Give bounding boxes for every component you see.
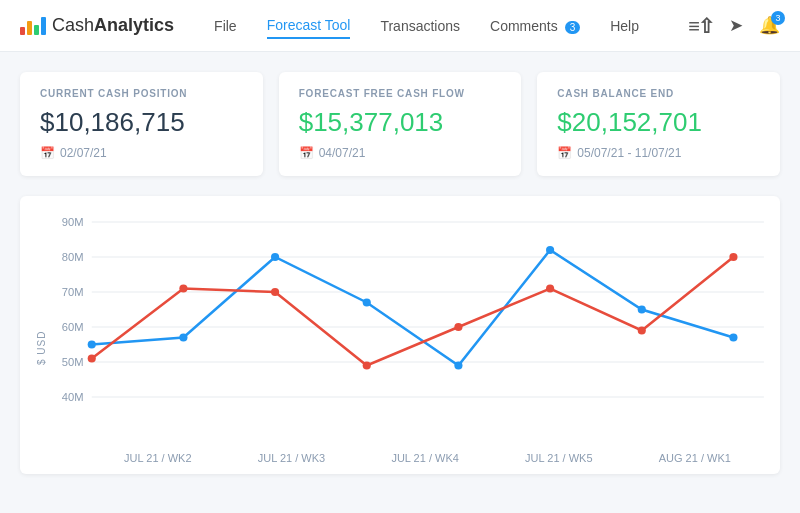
blue-dot-0: [88, 341, 96, 349]
comments-badge: 3: [565, 21, 581, 34]
calendar-icon-2: 📅: [557, 146, 572, 160]
chart-inner: 90M 80M 70M 60M 50M 40M: [51, 212, 764, 464]
svg-text:90M: 90M: [62, 216, 84, 228]
logo-text-cash: Cash: [52, 15, 94, 36]
x-label-wk4: JUL 21 / WK4: [391, 452, 458, 464]
chart-wrap: $ USD 90M 80M 70M 60M 50M: [36, 212, 764, 464]
send-icon[interactable]: ➤: [729, 15, 743, 36]
red-dot-1: [179, 285, 187, 293]
kpi-value-forecast-cash: $15,377,013: [299, 107, 502, 138]
kpi-row: CURRENT CASH POSITION $10,186,715 📅 02/0…: [20, 72, 780, 176]
kpi-card-balance-end: CASH BALANCE END $20,152,701 📅 05/07/21 …: [537, 72, 780, 176]
red-line: [92, 257, 734, 366]
kpi-value-balance-end: $20,152,701: [557, 107, 760, 138]
x-label-aug-wk1: AUG 21 / WK1: [659, 452, 731, 464]
bell-badge: 3: [771, 11, 785, 25]
blue-dot-5: [546, 246, 554, 254]
nav-comments[interactable]: Comments 3: [490, 14, 580, 38]
x-label-wk2: JUL 21 / WK2: [124, 452, 191, 464]
kpi-date-current-cash: 📅 02/07/21: [40, 146, 243, 160]
main-content: CURRENT CASH POSITION $10,186,715 📅 02/0…: [0, 52, 800, 494]
y-axis-label: $ USD: [36, 212, 47, 464]
kpi-value-current-cash: $10,186,715: [40, 107, 243, 138]
red-dot-3: [363, 362, 371, 370]
kpi-date-text-2: 05/07/21 - 11/07/21: [577, 146, 681, 160]
blue-dot-3: [363, 299, 371, 307]
kpi-label-forecast-cash: FORECAST FREE CASH FLOW: [299, 88, 502, 99]
nav-forecast-tool[interactable]: Forecast Tool: [267, 13, 351, 39]
blue-dot-6: [638, 306, 646, 314]
kpi-label-balance-end: CASH BALANCE END: [557, 88, 760, 99]
blue-dot-1: [179, 334, 187, 342]
svg-text:50M: 50M: [62, 356, 84, 368]
nav-transactions[interactable]: Transactions: [380, 14, 460, 38]
header: CashAnalytics File Forecast Tool Transac…: [0, 0, 800, 52]
blue-line: [92, 250, 734, 366]
red-dot-5: [546, 285, 554, 293]
kpi-date-forecast-cash: 📅 04/07/21: [299, 146, 502, 160]
x-axis-labels: JUL 21 / WK2 JUL 21 / WK3 JUL 21 / WK4 J…: [51, 446, 764, 464]
x-label-wk5: JUL 21 / WK5: [525, 452, 592, 464]
blue-dot-2: [271, 253, 279, 261]
logo: CashAnalytics: [20, 15, 174, 36]
calendar-icon-1: 📅: [299, 146, 314, 160]
logo-text-analytics: Analytics: [94, 15, 174, 36]
x-label-wk3: JUL 21 / WK3: [258, 452, 325, 464]
nav: File Forecast Tool Transactions Comments…: [214, 13, 688, 39]
kpi-date-text-0: 02/07/21: [60, 146, 107, 160]
blue-dot-7: [729, 334, 737, 342]
svg-text:40M: 40M: [62, 391, 84, 403]
kpi-card-forecast-cash: FORECAST FREE CASH FLOW $15,377,013 📅 04…: [279, 72, 522, 176]
kpi-label-current-cash: CURRENT CASH POSITION: [40, 88, 243, 99]
header-icons: ≡⇧ ➤ 🔔 3: [688, 14, 780, 38]
svg-text:80M: 80M: [62, 251, 84, 263]
kpi-date-text-1: 04/07/21: [319, 146, 366, 160]
red-dot-6: [638, 327, 646, 335]
logo-icon: [20, 17, 46, 35]
bell-icon[interactable]: 🔔 3: [759, 15, 780, 36]
red-dot-4: [454, 323, 462, 331]
red-dot-2: [271, 288, 279, 296]
nav-help[interactable]: Help: [610, 14, 639, 38]
blue-dot-4: [454, 362, 462, 370]
chart-svg: 90M 80M 70M 60M 50M 40M: [51, 212, 764, 442]
calendar-icon-0: 📅: [40, 146, 55, 160]
kpi-date-balance-end: 📅 05/07/21 - 11/07/21: [557, 146, 760, 160]
nav-file[interactable]: File: [214, 14, 237, 38]
red-dot-0: [88, 355, 96, 363]
svg-text:70M: 70M: [62, 286, 84, 298]
kpi-card-current-cash: CURRENT CASH POSITION $10,186,715 📅 02/0…: [20, 72, 263, 176]
filter-icon[interactable]: ≡⇧: [688, 14, 713, 38]
svg-text:60M: 60M: [62, 321, 84, 333]
red-dot-7: [729, 253, 737, 261]
chart-container: $ USD 90M 80M 70M 60M 50M: [20, 196, 780, 474]
